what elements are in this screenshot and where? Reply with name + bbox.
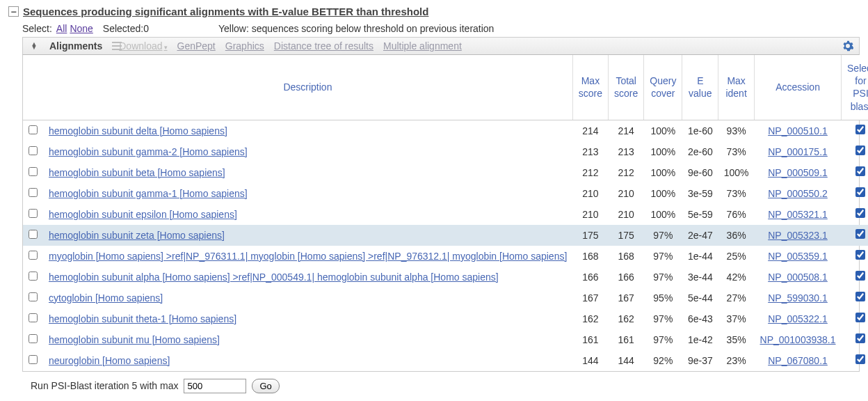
cell-query-cover: 97%: [644, 329, 682, 350]
psi-select-checkbox[interactable]: [855, 271, 865, 281]
accession-link[interactable]: NP_000550.2: [768, 188, 828, 199]
psi-select-checkbox[interactable]: [855, 187, 865, 197]
cell-e-value: 6e-43: [682, 308, 718, 329]
row-select-checkbox[interactable]: [29, 292, 38, 301]
col-select-psi[interactable]: Select for PSI blast: [842, 55, 868, 120]
table-row: hemoglobin subunit epsilon [Homo sapiens…: [23, 204, 868, 225]
psi-select-checkbox[interactable]: [855, 166, 865, 176]
accession-link[interactable]: NP_000175.1: [768, 146, 828, 157]
description-link[interactable]: hemoglobin subunit alpha [Homo sapiens] …: [49, 272, 499, 283]
cell-max-score: 210: [572, 183, 608, 204]
accession-link[interactable]: NP_000508.1: [768, 272, 828, 283]
multiple-alignment-link[interactable]: Multiple alignment: [383, 40, 462, 52]
accession-link[interactable]: NP_000510.1: [768, 125, 828, 136]
cell-total-score: 144: [609, 350, 644, 371]
description-link[interactable]: hemoglobin subunit zeta [Homo sapiens]: [49, 230, 225, 241]
description-link[interactable]: hemoglobin subunit delta [Homo sapiens]: [49, 125, 227, 136]
description-link[interactable]: myoglobin [Homo sapiens] >ref|NP_976311.…: [49, 251, 567, 262]
accession-link[interactable]: NP_067080.1: [768, 355, 828, 366]
psi-max-input[interactable]: [184, 379, 246, 393]
select-none-link[interactable]: None: [70, 23, 93, 34]
cell-query-cover: 97%: [644, 246, 682, 267]
col-total-score[interactable]: Total score: [609, 55, 644, 120]
col-max-score[interactable]: Max score: [572, 55, 608, 120]
distance-tree-link[interactable]: Distance tree of results: [274, 40, 373, 52]
psi-select-checkbox[interactable]: [855, 354, 865, 364]
psi-select-checkbox[interactable]: [855, 146, 865, 155]
psi-select-checkbox[interactable]: [855, 208, 865, 218]
select-all-link[interactable]: All: [56, 23, 67, 34]
cell-total-score: 162: [609, 308, 644, 329]
cell-max-ident: 35%: [718, 329, 755, 350]
description-link[interactable]: hemoglobin subunit beta [Homo sapiens]: [49, 167, 225, 178]
cell-max-score: 162: [572, 308, 608, 329]
cell-max-ident: 25%: [718, 246, 755, 267]
col-query-cover[interactable]: Query cover: [644, 55, 682, 120]
row-select-checkbox[interactable]: [29, 188, 38, 197]
cell-max-score: 167: [572, 288, 608, 308]
cell-max-score: 166: [572, 267, 608, 288]
table-row: cytoglobin [Homo sapiens]16716795%5e-442…: [23, 288, 868, 308]
row-select-checkbox[interactable]: [29, 272, 38, 281]
description-link[interactable]: hemoglobin subunit gamma-2 [Homo sapiens…: [49, 146, 248, 157]
sort-icon[interactable]: ▲▼: [29, 40, 40, 52]
alignments-tab[interactable]: Alignments: [49, 40, 102, 52]
select-label: Select:: [22, 23, 52, 34]
cell-total-score: 210: [609, 204, 644, 225]
cell-total-score: 210: [609, 183, 644, 204]
psi-select-checkbox[interactable]: [855, 292, 865, 301]
accession-link[interactable]: NP_005323.1: [768, 230, 828, 241]
cell-max-ident: 23%: [718, 350, 755, 371]
psi-select-checkbox[interactable]: [855, 229, 865, 239]
row-select-checkbox[interactable]: [29, 313, 38, 322]
cell-max-score: 175: [572, 225, 608, 246]
cell-total-score: 161: [609, 329, 644, 350]
collapse-section-button[interactable]: −: [8, 6, 19, 17]
accession-link[interactable]: NP_005359.1: [768, 251, 828, 262]
genpept-link[interactable]: GenPept: [177, 40, 216, 52]
accession-link[interactable]: NP_005321.1: [768, 209, 828, 220]
cell-max-score: 161: [572, 329, 608, 350]
cell-query-cover: 100%: [644, 120, 682, 141]
cell-e-value: 5e-59: [682, 204, 718, 225]
cell-max-score: 144: [572, 350, 608, 371]
accession-link[interactable]: NP_005322.1: [768, 313, 828, 324]
description-link[interactable]: hemoglobin subunit gamma-1 [Homo sapiens…: [49, 188, 248, 199]
gear-icon[interactable]: [842, 40, 853, 54]
col-description[interactable]: Description: [43, 55, 572, 120]
row-select-checkbox[interactable]: [29, 209, 38, 218]
description-link[interactable]: neuroglobin [Homo sapiens]: [49, 355, 170, 366]
col-accession[interactable]: Accession: [755, 55, 842, 120]
row-select-checkbox[interactable]: [29, 146, 38, 155]
table-row: hemoglobin subunit alpha [Homo sapiens] …: [23, 267, 868, 288]
row-select-checkbox[interactable]: [29, 355, 38, 364]
cell-max-score: 168: [572, 246, 608, 267]
accession-link[interactable]: NP_599030.1: [768, 292, 828, 304]
description-link[interactable]: hemoglobin subunit epsilon [Homo sapiens…: [49, 209, 237, 220]
col-e-value[interactable]: E value: [682, 55, 718, 120]
row-select-checkbox[interactable]: [29, 251, 38, 260]
go-button[interactable]: Go: [252, 379, 279, 393]
row-select-checkbox[interactable]: [29, 334, 38, 343]
cell-max-ident: 36%: [718, 225, 755, 246]
description-link[interactable]: cytoglobin [Homo sapiens]: [49, 292, 163, 304]
table-row: hemoglobin subunit mu [Homo sapiens]1611…: [23, 329, 868, 350]
results-table: Description Max score Total score Query …: [23, 55, 868, 371]
psi-select-checkbox[interactable]: [855, 333, 865, 343]
accession-link[interactable]: NP_000509.1: [768, 167, 828, 178]
col-max-ident[interactable]: Max ident: [718, 55, 755, 120]
graphics-link[interactable]: Graphics: [225, 40, 264, 52]
cell-total-score: 212: [609, 162, 644, 183]
row-select-checkbox[interactable]: [29, 125, 38, 134]
row-select-checkbox[interactable]: [29, 167, 38, 176]
psi-select-checkbox[interactable]: [855, 313, 865, 322]
row-select-checkbox[interactable]: [29, 230, 38, 239]
description-link[interactable]: hemoglobin subunit theta-1 [Homo sapiens…: [49, 313, 236, 324]
cell-query-cover: 100%: [644, 141, 682, 162]
description-link[interactable]: hemoglobin subunit mu [Homo sapiens]: [49, 334, 220, 345]
psi-select-checkbox[interactable]: [855, 250, 865, 260]
accession-link[interactable]: NP_001003938.1: [760, 334, 836, 345]
download-link[interactable]: Download▾: [119, 40, 167, 52]
cell-total-score: 168: [609, 246, 644, 267]
psi-select-checkbox[interactable]: [855, 125, 865, 134]
